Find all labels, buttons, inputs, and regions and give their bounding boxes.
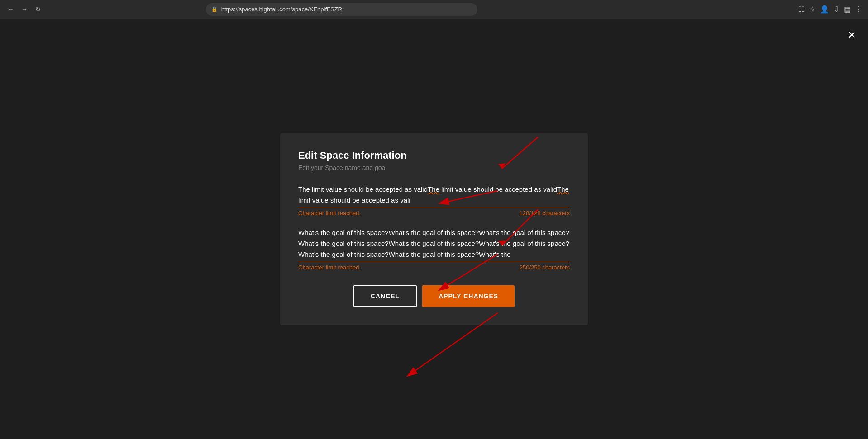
goal-char-count: 250/250 characters [520,264,570,271]
name-char-limit-msg: Character limit reached. [298,210,361,217]
address-bar[interactable]: 🔒 https://spaces.hightail.com/space/XEnp… [206,3,477,16]
goal-field-container: What's the goal of this space?What's the… [298,227,570,271]
name-field-footer: Character limit reached. 128/128 charact… [298,210,570,217]
forward-button[interactable]: → [19,4,30,15]
url-text: https://spaces.hightail.com/space/XEnpif… [221,6,342,13]
profile-icon[interactable]: 👤 [820,5,829,14]
goal-char-limit-msg: Character limit reached. [298,264,361,271]
goal-field-underline [298,262,570,262]
lock-icon: 🔒 [211,6,218,12]
name-field-text[interactable]: The limit value should be accepted as va… [298,184,570,206]
browser-chrome: ← → ↻ 🔒 https://spaces.hightail.com/spac… [0,0,868,19]
goal-field-footer: Character limit reached. 250/250 charact… [298,264,570,271]
modal-title: Edit Space Information [298,150,570,161]
back-button[interactable]: ← [5,4,16,15]
browser-nav: ← → ↻ [5,4,43,15]
browser-actions: ☷ ☆ 👤 ⇩ ▦ ⋮ [798,5,863,14]
page-background: ✕ Edit Space Information Edit your Space… [0,19,868,439]
reader-icon[interactable]: ☷ [798,5,805,14]
modal-subtitle: Edit your Space name and goal [298,164,570,171]
goal-field-text[interactable]: What's the goal of this space?What's the… [298,227,570,260]
edit-space-modal: Edit Space Information Edit your Space n… [280,133,588,325]
cancel-button[interactable]: CANCEL [353,285,417,307]
name-field-underline [298,208,570,208]
button-row: CANCEL APPLY CHANGES [298,285,570,307]
apply-changes-button[interactable]: APPLY CHANGES [422,285,515,307]
bookmark-icon[interactable]: ☆ [809,5,816,14]
refresh-button[interactable]: ↻ [33,4,43,15]
menu-icon[interactable]: ⋮ [855,5,863,14]
name-field-container: The limit value should be accepted as va… [298,184,570,217]
name-char-count: 128/128 characters [520,210,570,217]
close-button[interactable]: ✕ [844,28,859,42]
extensions-icon[interactable]: ▦ [844,5,851,14]
download-icon[interactable]: ⇩ [834,5,839,14]
